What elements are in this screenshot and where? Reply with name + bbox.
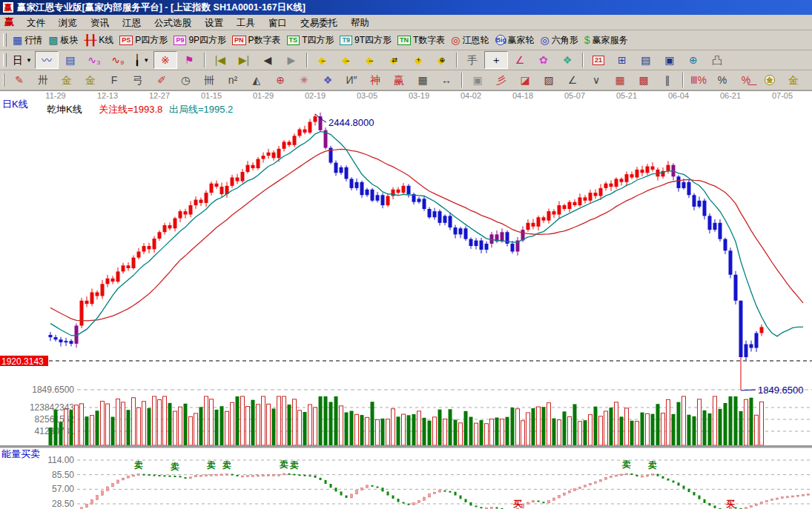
zoom-h-button[interactable]: ◆↔ — [358, 51, 382, 69]
web-button[interactable]: ⊕ — [681, 51, 705, 69]
parallel-tool[interactable]: ∥ — [656, 71, 679, 89]
spiral-tool[interactable]: 弓 — [126, 71, 150, 89]
calendar-button[interactable]: 21 — [587, 51, 610, 69]
notes-button[interactable]: ▤ — [634, 51, 658, 69]
fan-box-tool[interactable]: ◪ — [513, 71, 537, 89]
menu-item-formula-pick[interactable]: 公式选股 — [148, 17, 198, 29]
kwave-tool[interactable]: И″ — [340, 71, 363, 89]
ruler123-icon: ▦ — [417, 75, 427, 85]
web-box-tool[interactable]: ❖ — [316, 71, 340, 89]
gann-gold-grid-1[interactable]: 金 — [55, 71, 79, 89]
p-number-button[interactable]: PNP数字表 — [229, 31, 284, 49]
menu-item-file[interactable]: 文件 — [20, 17, 52, 29]
winner-wheel-button[interactable]: Big赢家轮 — [492, 31, 538, 49]
crosshair-button[interactable]: ＋ — [484, 51, 508, 69]
menu-item-settings[interactable]: 设置 — [198, 17, 230, 29]
period-day-icon: 日 — [13, 55, 23, 65]
fan-rays-tool[interactable]: 彡 — [489, 71, 513, 89]
hatch-box-tool[interactable]: ▨ — [537, 71, 561, 89]
t-square-button[interactable]: TST四方形 — [284, 31, 337, 49]
hand-tool-button[interactable]: 手 — [461, 51, 484, 69]
time-circle-tool[interactable]: ◷ — [174, 71, 197, 89]
kline-button[interactable]: ╂╂K线 — [81, 31, 116, 49]
menu-item-help[interactable]: 帮助 — [344, 17, 376, 29]
menu-item-tools[interactable]: 工具 — [230, 17, 262, 29]
gann-gold-grid-2[interactable]: 金 — [79, 71, 102, 89]
shift-left-button[interactable]: ◆← — [311, 51, 334, 69]
hexagon-button[interactable]: ◎六角形 — [538, 31, 581, 49]
zoom-in-button[interactable]: ◆⇄ — [382, 51, 406, 69]
box-select-tool[interactable]: ▣ — [466, 71, 489, 89]
gold-circle-tool[interactable]: 金 — [758, 71, 782, 89]
ma9-button[interactable]: ∿₉ — [106, 51, 130, 69]
ma-slow-line — [50, 149, 803, 321]
zoom-cross-button[interactable]: ◆+ — [406, 51, 429, 69]
angle-measure-button[interactable]: ∠ — [508, 51, 532, 69]
gann-wheel-button[interactable]: ◎江恩轮 — [448, 31, 492, 49]
circle-cross-tool[interactable]: ⊕ — [268, 71, 292, 89]
f-grid-tool[interactable]: F — [102, 71, 126, 89]
quotes-button[interactable]: ▦行情 — [10, 31, 45, 49]
puzzle-button[interactable]: ❖ — [555, 51, 579, 69]
grid-tool[interactable]: 卅 — [31, 71, 55, 89]
nav-last-button[interactable]: ▶| — [232, 51, 256, 69]
period-day-dropdown[interactable]: 日▼ — [10, 51, 35, 69]
menu-item-window[interactable]: 窗口 — [262, 17, 294, 29]
angle-rays-tool[interactable]: ∠ — [561, 71, 584, 89]
shift-right-button[interactable]: ◆→ — [334, 51, 358, 69]
svg-text:28.50: 28.50 — [52, 499, 74, 509]
calculator-button[interactable]: ⊞ — [610, 51, 634, 69]
mirror-tool[interactable]: ◭ — [245, 71, 268, 89]
t9-square-button-label: 9T四方形 — [354, 34, 392, 47]
star-web-tool[interactable]: ✳ — [292, 71, 316, 89]
percent-line-tool[interactable]: %͟ — [734, 71, 758, 89]
gann-box-button[interactable]: ✿ — [532, 51, 555, 69]
red-grid-tool[interactable]: ▦ — [608, 71, 632, 89]
zoom-all-button[interactable]: ◆⊕ — [429, 51, 453, 69]
n2-tool[interactable]: n² — [221, 71, 245, 89]
tick-ruler-tool[interactable]: 卌 — [197, 71, 221, 89]
t9-square-button[interactable]: T99T四方形 — [337, 31, 395, 49]
winner-service-button[interactable]: $赢家服务 — [581, 31, 631, 49]
shen-grid-tool[interactable]: 神 — [363, 71, 387, 89]
nav-next-button[interactable]: ▶ — [280, 51, 303, 69]
menu-item-browse[interactable]: 浏览 — [52, 17, 84, 29]
toolbar-separator — [306, 53, 308, 67]
trend-wave-button[interactable]: 〰 — [35, 51, 59, 69]
candle-style-dropdown[interactable]: ╽▼ — [130, 51, 154, 69]
menu-item-news[interactable]: 资讯 — [84, 17, 116, 29]
kline-chart-svg[interactable]: 11-2912-1312-2701-1501-2902-1903-0503-19… — [0, 90, 812, 509]
zigzag-tool[interactable]: ∨ — [584, 71, 608, 89]
gold-grid2-icon: 金 — [85, 75, 96, 85]
percent-tool[interactable]: % — [710, 71, 734, 89]
nav-prev-button[interactable]: ◀ — [256, 51, 280, 69]
menu-item-trade[interactable]: 交易委托 — [294, 17, 344, 29]
calendar-icon: 21 — [593, 56, 604, 65]
save-button[interactable]: ▣ — [658, 51, 681, 69]
flag-button[interactable]: ⚑ — [177, 51, 201, 69]
info-document-button[interactable]: ▤ — [59, 51, 82, 69]
chart-area[interactable]: 11-2912-1312-2701-1501-2902-1903-0503-19… — [0, 90, 812, 509]
print-button[interactable]: 凸 — [705, 51, 729, 69]
ma3-button[interactable]: ∿₃ — [82, 51, 106, 69]
qiankun-pattern-button[interactable]: ※ — [154, 51, 177, 69]
red-grid2-tool[interactable]: ▩ — [632, 71, 656, 89]
menu-item-gann[interactable]: 江恩 — [116, 17, 148, 29]
p-square-button[interactable]: PSP四方形 — [116, 31, 171, 49]
sectors-button[interactable]: ▩板块 — [45, 31, 81, 49]
p-number-button-label: P数字表 — [248, 34, 281, 47]
marker-brush-tool[interactable]: ✎ — [805, 71, 812, 89]
pn-badge-icon: PN — [232, 36, 246, 45]
nav-first-button[interactable]: |◀ — [208, 51, 232, 69]
width-arrows-tool[interactable]: ↔ — [435, 71, 458, 89]
ying-grid-tool[interactable]: 赢 — [387, 71, 411, 89]
t-number-button[interactable]: TNT数字表 — [395, 31, 448, 49]
percent-bars-icon: Ⅲ% — [690, 75, 707, 85]
p9-square-button[interactable]: P99P四方形 — [171, 31, 229, 49]
gold-line-tool[interactable]: 金 — [782, 71, 805, 89]
knife-tool[interactable]: ✎ — [7, 71, 31, 89]
brush-tool[interactable]: ✐ — [150, 71, 174, 89]
percent-bars-tool[interactable]: Ⅲ% — [687, 71, 710, 89]
ruler123-tool[interactable]: ▦ — [411, 71, 435, 89]
svg-text:1849.6500: 1849.6500 — [32, 385, 74, 395]
